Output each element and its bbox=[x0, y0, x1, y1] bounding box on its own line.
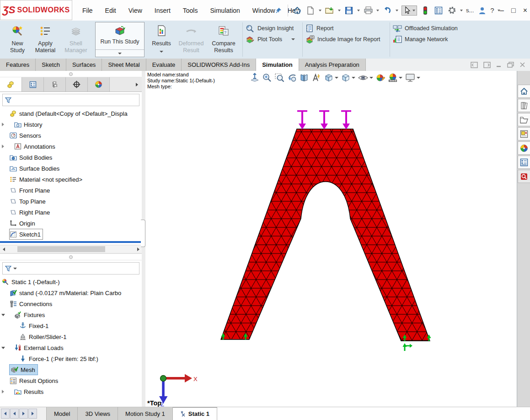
filter-dropdown[interactable] bbox=[13, 268, 17, 269]
tab-simulation[interactable]: Simulation bbox=[256, 59, 299, 71]
design-library-icon[interactable] bbox=[518, 99, 530, 112]
tree-root-stand[interactable]: stand (Default<Copy of <Default>_Displa bbox=[0, 108, 142, 119]
minimize-pane-icon[interactable] bbox=[496, 62, 502, 68]
tab-analysis-preparation[interactable]: Analysis Preparation bbox=[299, 59, 366, 71]
expand-caret[interactable] bbox=[0, 390, 6, 393]
appearances-scenes-icon[interactable] bbox=[518, 141, 530, 155]
collapse-caret[interactable] bbox=[0, 314, 6, 316]
run-this-study-button[interactable]: Run This Study bbox=[95, 22, 145, 57]
solidworks-forum-icon[interactable] bbox=[518, 170, 530, 183]
tree-item-annotations[interactable]: Annotations bbox=[0, 141, 142, 152]
offloaded-simulation-button[interactable]: Offloaded Simulation bbox=[393, 24, 471, 32]
options-dropdown[interactable] bbox=[460, 10, 463, 11]
save-dropdown[interactable] bbox=[357, 10, 360, 11]
tab-evaluate[interactable]: Evaluate bbox=[146, 59, 182, 71]
maximize-button[interactable]: □ bbox=[511, 6, 516, 15]
rollback-bar[interactable] bbox=[0, 241, 142, 243]
results-button[interactable]: Results bbox=[150, 21, 172, 59]
include-image-for-report-button[interactable]: Include Image for Report bbox=[305, 35, 387, 43]
dimxpert-manager-tab[interactable] bbox=[66, 77, 88, 92]
deformed-result-button[interactable]: Deformed Result bbox=[177, 21, 205, 59]
view-palette-icon[interactable] bbox=[518, 127, 530, 140]
study-item-connections[interactable]: Connections bbox=[0, 298, 142, 309]
new-document-icon[interactable] bbox=[305, 5, 316, 16]
restore-pane-icon[interactable] bbox=[507, 62, 514, 68]
scroll-left-button[interactable] bbox=[0, 245, 7, 253]
pin-icon[interactable] bbox=[273, 5, 284, 16]
tree-item-solid-bodies[interactable]: Solid Bodies bbox=[0, 152, 142, 163]
collapse-right-icon[interactable] bbox=[483, 62, 491, 68]
plot-tools-dropdown[interactable] bbox=[291, 38, 295, 40]
tree-filter-input[interactable] bbox=[2, 94, 139, 106]
save-icon[interactable] bbox=[344, 5, 354, 16]
tree-item-right-plane[interactable]: Right Plane bbox=[0, 207, 142, 218]
study-item-results[interactable]: Results bbox=[0, 386, 142, 397]
custom-properties-icon[interactable] bbox=[518, 156, 530, 169]
menu-window[interactable]: Window bbox=[252, 7, 275, 14]
select-tool[interactable] bbox=[402, 5, 417, 16]
open-dropdown[interactable] bbox=[338, 10, 341, 11]
undo-dropdown[interactable] bbox=[396, 10, 398, 11]
expand-caret[interactable] bbox=[0, 145, 6, 148]
tree-item-sensors[interactable]: Sensors bbox=[0, 130, 142, 141]
property-manager-tab[interactable] bbox=[22, 77, 44, 92]
tree-item-history[interactable]: History bbox=[0, 119, 142, 130]
tab-model[interactable]: Model bbox=[46, 407, 78, 420]
minimize-button[interactable]: – bbox=[500, 6, 504, 15]
run-this-study-dropdown[interactable] bbox=[96, 49, 144, 57]
tab-solidworks-add-ins[interactable]: SOLIDWORKS Add-Ins bbox=[182, 59, 256, 71]
study-item-stand[interactable]: stand (-0.0127 m/Material: Plain Carbo bbox=[0, 287, 142, 298]
print-dropdown[interactable] bbox=[376, 10, 379, 11]
previous-tab-button[interactable] bbox=[10, 409, 19, 419]
search-label[interactable]: s... bbox=[466, 7, 474, 14]
study-root-static1[interactable]: Static 1 (-Default-) bbox=[0, 276, 142, 287]
tab-strip-overflow[interactable] bbox=[110, 77, 142, 92]
study-item-fixed1[interactable]: Fixed-1 bbox=[0, 320, 142, 331]
home-icon[interactable] bbox=[292, 5, 302, 16]
collapse-left-icon[interactable] bbox=[471, 62, 478, 68]
study-item-mesh[interactable]: Mesh bbox=[0, 364, 142, 375]
plot-tools-button[interactable]: Plot Tools bbox=[246, 35, 300, 43]
study-item-fixtures[interactable]: Fixtures bbox=[0, 309, 142, 320]
graphics-viewport[interactable]: Model name:stand Study name:Static 1(-De… bbox=[145, 71, 517, 407]
help-icon[interactable]: ? bbox=[490, 6, 494, 14]
menu-edit[interactable]: Edit bbox=[105, 7, 116, 14]
force-arrows[interactable] bbox=[297, 110, 351, 129]
last-tab-button[interactable] bbox=[28, 409, 37, 419]
undo-icon[interactable] bbox=[382, 5, 392, 16]
study-item-roller-slider1[interactable]: Roller/Slider-1 bbox=[0, 331, 142, 342]
study-filter-input[interactable] bbox=[2, 262, 139, 275]
expand-caret[interactable] bbox=[0, 123, 6, 126]
tree-horizontal-scrollbar[interactable] bbox=[0, 245, 142, 253]
options-gear-icon[interactable] bbox=[447, 5, 457, 16]
sign-in-user-icon[interactable] bbox=[477, 5, 487, 16]
new-document-dropdown[interactable] bbox=[319, 10, 321, 11]
tab-static-1[interactable]: Static 1 bbox=[173, 407, 217, 420]
results-dropdown[interactable] bbox=[160, 51, 163, 53]
tree-item-surface-bodies[interactable]: Surface Bodies bbox=[0, 163, 142, 174]
model-canvas[interactable]: X Z *Top bbox=[145, 71, 517, 407]
meshed-part[interactable] bbox=[221, 129, 430, 341]
panel-flyout-handle[interactable] bbox=[141, 220, 145, 247]
menu-insert[interactable]: Insert bbox=[155, 7, 171, 14]
task-pane-home-icon[interactable] bbox=[518, 85, 530, 98]
apply-material-button[interactable]: Apply Material bbox=[32, 21, 58, 59]
shell-manager-button[interactable]: Shell Manager bbox=[63, 21, 89, 59]
manage-network-button[interactable]: Manage Network bbox=[393, 35, 471, 43]
tree-item-origin[interactable]: Origin bbox=[0, 218, 142, 229]
panel-splitter-grip[interactable] bbox=[0, 253, 142, 260]
close-pane-icon[interactable] bbox=[519, 62, 525, 68]
tree-item-material[interactable]: Material <not specified> bbox=[0, 174, 142, 185]
rebuild-traffic-light-icon[interactable] bbox=[420, 5, 430, 16]
menu-view[interactable]: View bbox=[128, 7, 142, 14]
first-tab-button[interactable] bbox=[1, 409, 10, 419]
featuremanager-design-tree-tab[interactable] bbox=[0, 77, 22, 92]
print-icon[interactable] bbox=[363, 5, 373, 16]
tree-item-sketch1[interactable]: Sketch1 bbox=[0, 229, 142, 240]
menu-tools[interactable]: Tools bbox=[183, 7, 198, 14]
close-button[interactable]: × bbox=[523, 6, 527, 15]
tab-motion-study-1[interactable]: Motion Study 1 bbox=[118, 407, 173, 420]
configuration-manager-tab[interactable] bbox=[44, 77, 66, 92]
next-tab-button[interactable] bbox=[19, 409, 28, 419]
tab-sheet-metal[interactable]: Sheet Metal bbox=[102, 59, 146, 71]
